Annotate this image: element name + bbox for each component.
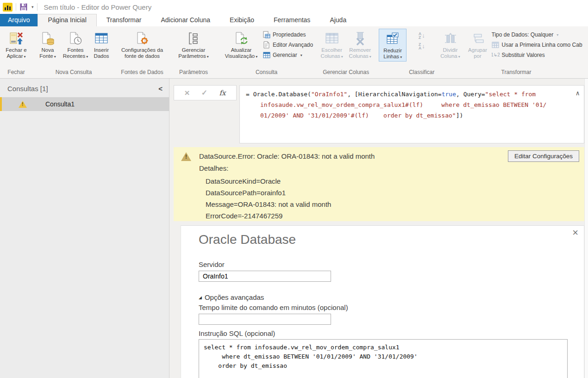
advanced-editor-icon (263, 41, 270, 49)
new-source-icon (40, 30, 55, 47)
reduce-rows-button[interactable]: Reduzir Linhas▾ (379, 29, 407, 62)
group-label-classificar: Classificar (409, 68, 434, 78)
queries-panel-header: Consultas [1] < (0, 79, 169, 97)
error-detail-line: DataSourcePath=orainfo1 (206, 187, 331, 198)
fx-icon[interactable]: fx (219, 89, 225, 97)
formula-input[interactable]: = Oracle.Database("OraInfo1", [Hierarchi… (239, 85, 584, 143)
error-detail-line: Message=ORA-01843: not a valid month (206, 198, 331, 210)
reduce-rows-label: Reduzir Linhas (383, 48, 402, 59)
tab-adicionar-coluna[interactable]: Adicionar Coluna (151, 14, 220, 26)
advanced-editor-button[interactable]: Editor Avançado (263, 40, 313, 50)
manage-query-label: Gerenciar (273, 52, 297, 58)
dialog-close-icon[interactable]: × (572, 227, 578, 239)
use-first-row-as-headers-button[interactable]: Usar a Primeira Linha como Cab (492, 40, 588, 50)
formula-cancel-icon[interactable]: × (185, 88, 190, 98)
sort-arrow-icon: ↓ (422, 32, 425, 39)
dropdown-caret-icon: ▾ (24, 55, 26, 59)
tab-ferramentas[interactable]: Ferramentas (264, 14, 320, 26)
choose-columns-icon (325, 30, 339, 47)
error-detail-line: DataSourceKind=Oracle (206, 175, 331, 187)
close-and-apply-label: Fechar e Aplicar (6, 47, 26, 59)
power-query-editor-window: ▾ Sem título - Editor do Power Query Arq… (0, 0, 588, 378)
advanced-expanded-icon: ◢ (199, 295, 202, 300)
server-label: Servidor (199, 260, 225, 268)
recent-sources-icon (68, 30, 83, 47)
window-title: Sem título - Editor do Power Query (44, 3, 152, 11)
ribbon-group-reduzir-linhas: Reduzir Linhas▾ (376, 26, 409, 78)
divider (16, 3, 16, 11)
remove-columns-icon (353, 30, 368, 47)
properties-button[interactable]: Propriedades (263, 30, 313, 40)
new-source-button[interactable]: Nova Fonte▾ (35, 29, 61, 61)
dropdown-caret-icon: ▾ (369, 55, 371, 59)
manage-parameters-label: Gerenciar Parâmetros (178, 47, 206, 59)
edit-settings-button[interactable]: Editar Configurações (508, 150, 579, 162)
group-label-reduzir-linhas (376, 68, 409, 78)
group-by-icon (470, 30, 485, 47)
oracle-database-dialog: × Oracle Database Servidor ◢ Opções avan… (181, 225, 584, 378)
formula-toolbar: × ✓ fx (174, 85, 237, 100)
recent-sources-button[interactable]: Fontes Recentes▾ (61, 29, 90, 61)
sort-az-icon: AZ (419, 32, 421, 39)
error-detail-line: ErrorCode=-2147467259 (206, 210, 331, 222)
warning-icon (181, 152, 191, 161)
scrollbar-track[interactable] (584, 79, 588, 378)
panel-collapse-icon[interactable]: < (158, 85, 163, 93)
refresh-preview-icon (234, 30, 249, 47)
ribbon-group-gerenciar-colunas: Escolher Colunas▾ Remover Colunas▾ Geren… (315, 26, 376, 78)
properties-label: Propriedades (273, 31, 306, 38)
query-warning-icon (19, 101, 27, 108)
group-label-nova-consulta: Nova Consulta (32, 68, 115, 78)
formula-accept-icon[interactable]: ✓ (201, 88, 207, 97)
manage-query-button[interactable]: Gerenciar ▾ (263, 50, 313, 60)
quick-access-caret-icon[interactable]: ▾ (31, 5, 34, 9)
formula-collapse-icon[interactable]: ∧ (576, 88, 580, 99)
refresh-preview-button[interactable]: Atualizar Visualização▾ (220, 29, 263, 61)
manage-parameters-icon (186, 30, 201, 47)
server-input[interactable] (199, 271, 331, 282)
query-name: Consulta1 (45, 100, 75, 108)
use-first-row-icon (492, 41, 500, 49)
query-list-item[interactable]: Consulta1 (0, 97, 169, 111)
choose-columns-button[interactable]: Escolher Colunas▾ (318, 29, 346, 61)
manage-parameters-button[interactable]: Gerenciar Parâmetros▾ (172, 29, 215, 61)
remove-columns-button[interactable]: Remover Colunas▾ (346, 29, 374, 61)
tab-pagina-inicial[interactable]: Página Inicial (38, 14, 96, 26)
tab-ajuda[interactable]: Ajuda (320, 14, 356, 26)
dropdown-caret-icon: ▾ (300, 53, 302, 57)
tab-arquivo[interactable]: Arquivo (0, 14, 38, 26)
queries-panel-title: Consultas [1] (7, 85, 48, 93)
close-and-apply-icon (9, 30, 24, 47)
group-by-button[interactable]: Agrupar por (464, 29, 492, 60)
timeout-input[interactable] (199, 314, 331, 325)
dropdown-caret-icon: ▾ (458, 55, 460, 59)
sort-descending-button[interactable]: ZA ↓ (417, 41, 427, 51)
sql-statement-textarea[interactable]: select * from infosaude.vw_rel_mov_ordem… (199, 339, 568, 378)
ribbon-group-fontes-de-dados: Configurações da fonte de dados Fontes d… (115, 26, 169, 78)
error-banner: DataSource.Error: Oracle: ORA-01843: not… (174, 147, 584, 221)
group-label-consulta: Consulta (218, 68, 315, 78)
sort-ascending-button[interactable]: AZ ↓ (417, 30, 427, 41)
title-bar: ▾ Sem título - Editor do Power Query (0, 0, 588, 14)
formula-lines: = Oracle.Database("OraInfo1", [Hierarchi… (246, 89, 570, 121)
ribbon-group-fechar: Fechar e Aplicar▾ Fechar (0, 26, 32, 78)
formula-line: infosaude.vw_rel_mov_ordem_compra_salux1… (246, 99, 570, 110)
tab-exibicao[interactable]: Exibição (220, 14, 264, 26)
advanced-options-toggle[interactable]: ◢ Opções avançadas (199, 293, 264, 301)
ribbon-group-transformar: Dividir Coluna▾ Agrupar por Tipo de Da (435, 26, 588, 78)
replace-values-button[interactable]: 1↳2 Substituir Valores (492, 50, 588, 60)
save-icon[interactable] (19, 3, 28, 11)
sql-statement-label: Instrução SQL (opcional) (199, 329, 275, 337)
tab-transformar[interactable]: Transformar (97, 14, 151, 26)
split-column-button[interactable]: Dividir Coluna▾ (437, 29, 464, 61)
ribbon-group-nova-consulta: Nova Fonte▾ Fontes Recentes▾ (32, 26, 115, 78)
data-source-settings-button[interactable]: Configurações da fonte de dados (117, 29, 167, 60)
dropdown-caret-icon: ▾ (54, 55, 56, 59)
replace-values-label: Substituir Valores (502, 52, 545, 58)
close-and-apply-button[interactable]: Fechar e Aplicar▾ (2, 29, 30, 61)
enter-data-button[interactable]: Inserir Dados (90, 29, 113, 60)
dialog-title: Oracle Database (199, 232, 296, 247)
ribbon: Fechar e Aplicar▾ Fechar (0, 26, 588, 79)
group-label-transformar: Transformar (435, 68, 588, 78)
data-type-button[interactable]: Tipo de Dados: Qualquer ▾ (492, 30, 588, 40)
